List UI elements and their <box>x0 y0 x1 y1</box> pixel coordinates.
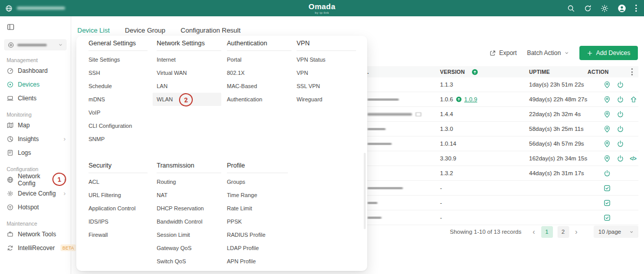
menu-item-dhcp-reservation[interactable]: DHCP Reservation <box>157 202 221 215</box>
menu-item-session-limit[interactable]: Session Limit <box>157 228 221 241</box>
menu-item-vpn-status[interactable]: VPN Status <box>297 53 356 66</box>
sidebar-collapse-icon[interactable] <box>7 23 15 31</box>
sidebar-item-logs[interactable]: Logs <box>0 146 71 159</box>
export-button[interactable]: Export <box>489 49 517 57</box>
menu-item-ldap-profile[interactable]: LDAP Profile <box>227 241 288 255</box>
locate-icon[interactable] <box>603 125 611 133</box>
menu-item-bandwidth-control[interactable]: Bandwidth Control <box>157 215 221 228</box>
menu-item-firewall[interactable]: Firewall <box>89 228 148 241</box>
locate-icon[interactable] <box>603 111 611 118</box>
power-icon[interactable] <box>617 111 624 118</box>
menu-item-wireguard[interactable]: Wireguard <box>297 93 356 106</box>
menu-item-internet[interactable]: Internet <box>157 53 221 66</box>
menu-item-ssl-vpn[interactable]: SSL VPN <box>297 79 356 93</box>
sidebar-item-devices[interactable]: Devices <box>0 77 71 91</box>
menu-item-schedule[interactable]: Schedule <box>89 79 148 93</box>
menu-item-gateway-qos[interactable]: Gateway QoS <box>157 241 221 255</box>
menu-item-routing[interactable]: Routing <box>157 175 221 188</box>
per-page-select[interactable]: 10 /page <box>594 226 638 238</box>
add-devices-button[interactable]: Add Devices <box>579 46 638 60</box>
sidebar-item-label: Network Tools <box>18 231 56 238</box>
sidebar-item-intellirecover[interactable]: IntelliRecover BETA <box>0 241 71 255</box>
menu-item-groups[interactable]: Groups <box>227 175 288 188</box>
sidebar-item-insights[interactable]: Insights › <box>0 132 71 146</box>
batch-action-dropdown[interactable]: Batch Action <box>527 49 569 57</box>
menu-item-ppsk[interactable]: PPSK <box>227 215 288 228</box>
sidebar-section-monitoring: Monitoring <box>7 112 71 118</box>
refresh-icon[interactable] <box>584 5 592 12</box>
brand-subtitle: by tp-link <box>0 11 644 14</box>
adopt-icon[interactable] <box>603 214 611 222</box>
header-uptime[interactable]: UPTIME <box>523 69 583 75</box>
more-menu-icon[interactable] <box>635 5 637 12</box>
code-icon[interactable]: </> <box>630 156 636 161</box>
sidebar-item-network-tools[interactable]: Network Tools <box>0 227 71 241</box>
tab-device-list[interactable]: Device List <box>77 26 110 34</box>
menu-item-snmp[interactable]: SNMP <box>89 132 148 146</box>
menu-item-time-range[interactable]: Time Range <box>227 188 288 202</box>
sidebar-item-device-config[interactable]: Device Config › <box>0 186 71 200</box>
redacted-device-name <box>367 128 386 130</box>
sidebar-item-hotspot[interactable]: Hotspot <box>0 200 71 214</box>
locate-icon[interactable] <box>603 140 611 148</box>
menu-item-radius-profile[interactable]: RADIUS Profile <box>227 228 288 241</box>
locate-icon[interactable] <box>603 81 611 89</box>
menu-item-vpn[interactable]: VPN <box>297 66 356 79</box>
header-version[interactable]: VERSION <box>432 69 523 75</box>
power-icon[interactable] <box>603 170 611 177</box>
menu-item-voip[interactable]: VoIP <box>89 106 148 119</box>
menu-item-application-control[interactable]: Application Control <box>89 202 148 215</box>
locate-icon[interactable] <box>603 96 611 103</box>
page-button-2[interactable]: 2 <box>558 226 569 238</box>
action-cell <box>583 81 631 89</box>
menu-item-nat[interactable]: NAT <box>157 188 221 202</box>
menu-item-lan[interactable]: LAN <box>157 79 221 93</box>
adopt-icon[interactable] <box>603 184 611 192</box>
menu-item-cli-configuration[interactable]: CLI Configuration <box>89 119 148 132</box>
upgrade-icon[interactable] <box>630 96 637 103</box>
table-toolbar: Export Batch Action Add Devices <box>489 46 638 60</box>
site-selector[interactable] <box>4 39 67 50</box>
menu-item-site-settings[interactable]: Site Settings <box>89 53 148 66</box>
menu-item-mdns[interactable]: mDNS <box>89 93 148 106</box>
menu-item-switch-qos[interactable]: Switch QoS <box>157 255 221 268</box>
column-settings-icon[interactable] <box>631 68 638 75</box>
topbar-site-area[interactable] <box>5 0 65 16</box>
menu-item-apn-profile[interactable]: APN Profile <box>227 255 288 268</box>
tab-configuration-result[interactable]: Configuration Result <box>181 26 241 34</box>
pagination-summary: Showing 1-10 of 13 records <box>450 229 521 235</box>
avatar[interactable] <box>618 4 626 13</box>
adopt-icon[interactable] <box>603 199 611 207</box>
search-icon[interactable] <box>567 5 575 12</box>
menu-item-ssh[interactable]: SSH <box>89 66 148 79</box>
next-page-button[interactable]: › <box>574 228 579 235</box>
power-icon[interactable] <box>617 155 624 162</box>
brand-logo: Omada by tp-link <box>0 3 644 14</box>
firmware-upgrade-indicator-icon[interactable] <box>472 69 478 75</box>
menu-item-ids-ips[interactable]: IDS/IPS <box>89 215 148 228</box>
menu-item-8021x[interactable]: 802.1X <box>227 66 291 79</box>
page-button-1[interactable]: 1 <box>541 226 553 238</box>
brightness-icon[interactable] <box>601 5 608 12</box>
sidebar-item-dashboard[interactable]: Dashboard <box>0 64 71 77</box>
export-icon <box>489 50 496 57</box>
sidebar-item-label: Hotspot <box>18 204 39 211</box>
locate-icon[interactable] <box>603 155 611 162</box>
power-icon[interactable] <box>617 140 624 148</box>
power-icon[interactable] <box>617 81 624 89</box>
menu-item-rate-limit[interactable]: Rate Limit <box>227 202 288 215</box>
tab-device-group[interactable]: Device Group <box>125 26 165 34</box>
menu-item-portal[interactable]: Portal <box>227 53 291 66</box>
upgrade-version-link[interactable]: 1.0.9 <box>464 96 478 102</box>
menu-item-virtual-wan[interactable]: Virtual WAN <box>157 66 221 79</box>
menu-item-acl[interactable]: ACL <box>89 175 148 188</box>
sidebar-item-clients[interactable]: Clients <box>0 91 71 105</box>
prev-page-button[interactable]: ‹ <box>531 228 537 235</box>
action-cell <box>583 214 631 222</box>
power-icon[interactable] <box>617 96 624 103</box>
power-icon[interactable] <box>617 125 624 133</box>
menu-item-url-filtering[interactable]: URL Filtering <box>89 188 148 202</box>
sidebar-item-map[interactable]: Map <box>0 118 71 132</box>
menu-scrollbar[interactable] <box>364 153 366 229</box>
menu-item-mac-based-authentication[interactable]: MAC-Based Authentication <box>227 79 291 93</box>
